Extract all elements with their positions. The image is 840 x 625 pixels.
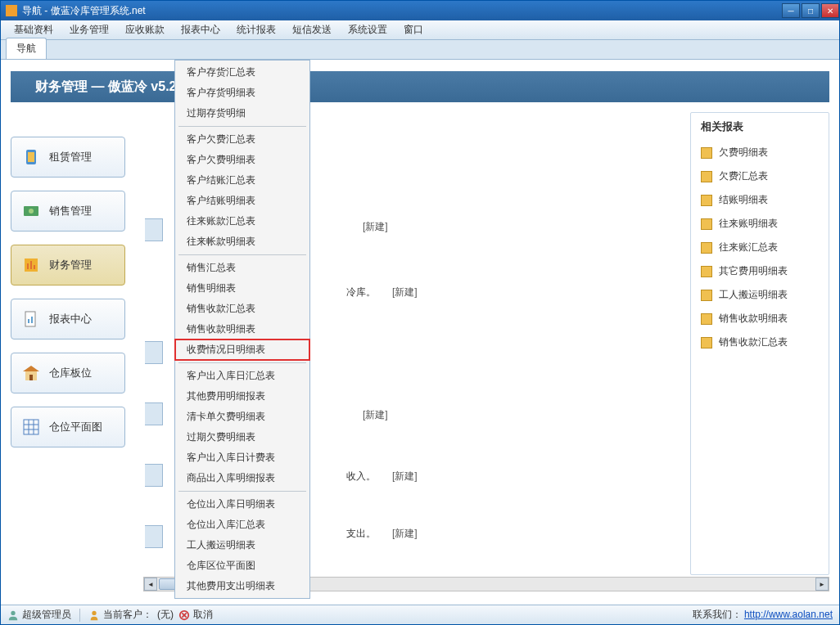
nav-reports[interactable]: 报表中心	[11, 299, 125, 339]
scroll-right-button[interactable]: ►	[815, 578, 829, 591]
dropdown-item[interactable]: 仓位出入库汇总表	[175, 515, 309, 535]
new-tag[interactable]: [新建]	[392, 286, 418, 299]
related-report-link[interactable]: 欠费明细表	[698, 141, 822, 164]
related-report-link[interactable]: 其它费用明细表	[698, 259, 822, 283]
nav-sales[interactable]: 销售管理	[11, 191, 125, 232]
nav-warehouse[interactable]: 仓库板位	[11, 353, 125, 393]
menu-4[interactable]: 统计报表	[228, 20, 284, 40]
menu-7[interactable]: 窗口	[395, 20, 431, 40]
svg-rect-1	[28, 152, 34, 162]
dropdown-item[interactable]: 仓库区位平面图	[175, 555, 309, 576]
new-tag[interactable]: [新建]	[363, 220, 388, 234]
related-report-link[interactable]: 工人搬运明细表	[698, 283, 822, 307]
nav-lease[interactable]: 租赁管理	[11, 137, 125, 178]
content-area: 财务管理 — 傲蓝冷 v5.2 租赁管理销售管理财务管理报表中心仓库板位仓位平面…	[1, 60, 839, 605]
menu-6[interactable]: 系统设置	[340, 20, 395, 40]
hidden-icon	[145, 341, 163, 364]
dropdown-item[interactable]: 客户欠费明细表	[175, 150, 309, 170]
dropdown-item[interactable]: 客户结账汇总表	[175, 170, 309, 191]
svg-rect-9	[28, 319, 29, 323]
dropdown-item[interactable]: 过期欠费明细表	[175, 427, 309, 447]
svg-rect-6	[30, 261, 32, 269]
page-banner: 财务管理 — 傲蓝冷 v5.2	[11, 71, 829, 102]
dropdown-separator	[178, 126, 306, 127]
dropdown-item[interactable]: 销售汇总表	[175, 258, 309, 278]
report-label: 欠费明细表	[719, 146, 768, 160]
menu-3[interactable]: 报表中心	[173, 20, 228, 40]
scroll-left-button[interactable]: ◄	[144, 578, 157, 591]
dropdown-item[interactable]: 商品出入库明细报表	[175, 468, 309, 488]
menu-2[interactable]: 应收账款	[117, 20, 173, 40]
new-tag[interactable]: [新建]	[392, 470, 418, 483]
dropdown-item[interactable]: 客户存货明细表	[175, 83, 309, 103]
related-report-link[interactable]: 往来账明细表	[698, 212, 822, 236]
status-user: 超级管理员	[22, 608, 71, 622]
cancel-icon[interactable]	[178, 609, 190, 621]
report-icon	[701, 195, 712, 206]
dropdown-item[interactable]: 往来帐款明细表	[175, 232, 309, 252]
dropdown-item[interactable]: 其他费用明细报表	[175, 386, 309, 407]
minimize-button[interactable]: ─	[782, 3, 800, 18]
status-client-value: (无)	[157, 608, 174, 622]
titlebar: 导航 - 傲蓝冷库管理系统.net ─ □ ✕	[1, 1, 839, 20]
center-suffix: 收入。	[346, 470, 376, 483]
left-nav: 租赁管理销售管理财务管理报表中心仓库板位仓位平面图	[11, 112, 142, 575]
dropdown-item[interactable]: 客户出入库日汇总表	[175, 366, 309, 386]
user-icon	[7, 609, 19, 621]
svg-rect-10	[31, 317, 33, 323]
report-icon	[701, 313, 712, 325]
dropdown-item[interactable]: 其他费用支出明细表	[175, 576, 309, 596]
dropdown-item[interactable]: 过期存货明细	[175, 103, 309, 124]
report-icon	[701, 266, 712, 277]
center-row: [新建]	[346, 220, 388, 234]
nav-floorplan[interactable]: 仓位平面图	[11, 407, 125, 447]
dropdown-item[interactable]: 客户欠费汇总表	[175, 129, 309, 150]
dropdown-item[interactable]: 销售明细表	[175, 278, 309, 299]
dropdown-item[interactable]: 清卡单欠费明细表	[175, 407, 309, 427]
hidden-icon	[145, 402, 163, 425]
report-label: 销售收款明细表	[719, 312, 788, 326]
dropdown-item[interactable]: 销售收款汇总表	[175, 299, 309, 319]
report-label: 销售收款汇总表	[719, 335, 788, 349]
nav-finance[interactable]: 财务管理	[11, 245, 125, 286]
contact-link[interactable]: http://www.aolan.net	[744, 609, 833, 620]
dropdown-item[interactable]: 客户存货汇总表	[175, 62, 309, 83]
dropdown-item[interactable]: 客户结账明细表	[175, 191, 309, 211]
nav-label: 报表中心	[49, 312, 92, 326]
report-label: 工人搬运明细表	[719, 288, 788, 302]
dropdown-item[interactable]: 收费情况日明细表	[175, 339, 309, 360]
dropdown-item[interactable]: 工人搬运明细表	[175, 535, 309, 555]
window-title: 导航 - 傲蓝冷库管理系统.net	[22, 4, 780, 18]
app-icon	[6, 5, 17, 16]
dropdown-item[interactable]: 客户出入库日计费表	[175, 447, 309, 468]
tab-navigation[interactable]: 导航	[6, 38, 47, 59]
related-report-link[interactable]: 往来账汇总表	[698, 236, 822, 259]
svg-point-3	[29, 209, 34, 214]
maximize-button[interactable]: □	[802, 3, 820, 18]
menu-5[interactable]: 短信发送	[284, 20, 340, 40]
report-center-dropdown: 客户存货汇总表客户存货明细表过期存货明细客户欠费汇总表客户欠费明细表客户结账汇总…	[174, 60, 310, 599]
close-button[interactable]: ✕	[821, 3, 839, 18]
related-report-link[interactable]: 销售收款明细表	[698, 307, 822, 330]
dropdown-item[interactable]: 销售收款明细表	[175, 319, 309, 339]
tabstrip: 导航	[1, 40, 839, 60]
related-report-link[interactable]: 欠费汇总表	[698, 164, 822, 188]
related-reports-title: 相关报表	[691, 113, 829, 141]
nav-label: 租赁管理	[49, 150, 92, 164]
dropdown-item[interactable]: 仓位出入库日明细表	[175, 494, 309, 515]
nav-label: 财务管理	[49, 258, 92, 272]
new-tag[interactable]: [新建]	[363, 408, 388, 422]
nav-floorplan-icon	[21, 417, 41, 437]
nav-lease-icon	[21, 147, 41, 167]
report-label: 结账明细表	[719, 193, 768, 207]
menubar: 基础资料业务管理应收账款报表中心统计报表短信发送系统设置窗口	[1, 20, 839, 40]
related-report-link[interactable]: 销售收款汇总表	[698, 330, 822, 354]
menu-1[interactable]: 业务管理	[61, 20, 117, 40]
related-report-link[interactable]: 结账明细表	[698, 188, 822, 212]
new-tag[interactable]: [新建]	[392, 527, 418, 541]
status-cancel[interactable]: 取消	[193, 608, 213, 622]
hidden-icon	[145, 218, 163, 241]
svg-point-20	[92, 610, 96, 614]
dropdown-item[interactable]: 往来账款汇总表	[175, 211, 309, 232]
center-row: [新建]	[346, 408, 388, 422]
